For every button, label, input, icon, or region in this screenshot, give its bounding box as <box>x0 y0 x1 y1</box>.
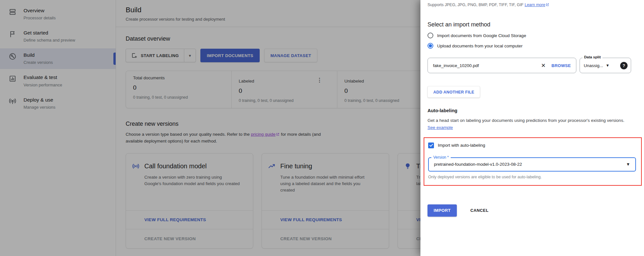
start-labeling-dropdown-arrow[interactable]: ▾ <box>184 49 196 62</box>
intro-text: Choose a version type based on your qual… <box>126 132 251 137</box>
version-helper-text: Only deployed versions are eligible to b… <box>428 175 636 179</box>
start-labeling-button[interactable]: START LABELING <box>126 49 184 62</box>
highlight-red-box: Import with auto-labeling Version * pret… <box>424 137 642 186</box>
sidebar-item-sublabel: Version performance <box>24 83 62 87</box>
kebab-menu-icon[interactable]: ⋮ <box>317 77 322 83</box>
label-square-plus-icon <box>131 52 138 59</box>
file-upload-row: fake_invoice_10200.pdf ✕ BROWSE Data spl… <box>428 58 636 73</box>
import-with-auto-labeling-option[interactable]: Import with auto-labeling <box>428 143 636 148</box>
selected-indicator-bar <box>113 53 116 65</box>
sidebar-item-label: Deploy & use <box>24 97 55 103</box>
lightbulb-icon <box>404 162 412 170</box>
help-icon[interactable]: ? <box>620 62 628 69</box>
flag-icon <box>8 30 17 38</box>
sidebar-item-label: Overview <box>24 7 56 14</box>
sidebar-item-deploy-use[interactable]: Deploy & use Manage versions <box>0 93 116 114</box>
sidebar-item-label: Get started <box>24 30 75 36</box>
learn-more-link[interactable]: Learn more <box>524 3 545 7</box>
card-description: Tune a foundation model with minimal eff… <box>280 174 376 194</box>
stat-value: 0 <box>239 87 331 94</box>
stat-total-documents: Total documents 0 0 training, 0 test, 0 … <box>126 71 231 108</box>
sidebar-item-get-started[interactable]: Get started Define schema and preview <box>0 26 116 47</box>
sidebar-item-sublabel: Manage versions <box>24 105 55 110</box>
sidebar-item-build[interactable]: Build Create versions <box>0 48 116 69</box>
radio-option-gcs[interactable]: Import documents from Google Cloud Stora… <box>428 33 636 38</box>
dataset-stats-card: Total documents 0 0 training, 0 test, 0 … <box>126 71 443 108</box>
auto-labeling-text: Get a head start on labeling your docume… <box>428 118 624 123</box>
external-link-icon <box>276 133 280 136</box>
create-versions-intro: Choose a version type based on your qual… <box>126 131 332 145</box>
remove-file-icon[interactable]: ✕ <box>540 62 547 69</box>
supports-text: Supports JPEG, JPG, PNG, BMP, PDF, TIFF,… <box>428 3 524 7</box>
wrench-circle-icon <box>8 52 17 61</box>
radio-option-local-upload[interactable]: Upload documents from your local compute… <box>428 43 636 49</box>
pricing-guide-link[interactable]: pricing guide <box>251 132 276 137</box>
trending-up-icon <box>268 162 276 170</box>
sidebar-item-label: Evaluate & test <box>24 74 62 81</box>
start-labeling-label: START LABELING <box>141 53 179 58</box>
sidebar-item-sublabel: Processor details <box>24 15 56 20</box>
selected-file-box: fake_invoice_10200.pdf ✕ BROWSE <box>428 58 576 73</box>
auto-labeling-description: Get a head start on labeling your docume… <box>428 117 627 132</box>
stat-caption: 0 training, 0 test, 0 unassigned <box>133 95 225 100</box>
data-split-value: Unassig... <box>584 63 603 68</box>
create-new-version-button[interactable]: CREATE NEW VERSION <box>262 229 389 248</box>
broadcast-icon <box>132 162 140 170</box>
manage-dataset-button[interactable]: MANAGE DATASET <box>264 49 317 62</box>
external-link-icon <box>546 3 549 6</box>
stat-label: Total documents <box>133 75 225 80</box>
radio-label: Upload documents from your local compute… <box>437 44 523 48</box>
checkbox-label: Import with auto-labeling <box>438 143 485 148</box>
bar-chart-icon <box>8 74 17 83</box>
version-field-label: Version * <box>431 155 451 160</box>
card-title: Fine tuning <box>280 162 312 170</box>
data-split-label: Data split <box>582 55 602 59</box>
sidebar-item-sublabel: Define schema and preview <box>24 38 75 43</box>
stat-caption: 0 training, 0 test, 0 unassigned <box>239 98 331 103</box>
card-title: Call foundation model <box>144 162 207 170</box>
view-full-requirements-link[interactable]: VIEW FULL REQUIREMENTS <box>126 210 253 229</box>
card-call-foundation-model: Call foundation model Create a version w… <box>126 153 253 249</box>
version-field-value: pretrained-foundation-model-v1.0-2023-08… <box>434 162 626 167</box>
cancel-button[interactable]: CANCEL <box>470 208 489 213</box>
import-method-heading: Select an import method <box>428 21 636 28</box>
version-select[interactable]: Version * pretrained-foundation-model-v1… <box>428 157 636 172</box>
data-split-select[interactable]: Data split Unassig... ▼ ? <box>580 58 631 73</box>
import-panel: Supports JPEG, JPG, PNG, BMP, PDF, TIFF,… <box>420 0 644 256</box>
start-labeling-split-button: START LABELING ▾ <box>126 49 196 62</box>
sidebar-item-sublabel: Create versions <box>24 60 53 65</box>
file-name: fake_invoice_10200.pdf <box>433 63 540 68</box>
panel-actions: IMPORT CANCEL <box>428 204 636 217</box>
radio-checked-icon[interactable] <box>428 43 433 49</box>
sidebar-item-overview[interactable]: Overview Processor details <box>0 4 116 25</box>
chevron-down-icon[interactable]: ▼ <box>626 162 630 167</box>
auto-labeling-heading: Auto-labeling <box>428 108 636 113</box>
stat-value: 0 <box>133 84 225 91</box>
card-fine-tuning: Fine tuning Tune a foundation model with… <box>262 153 389 249</box>
create-new-version-button[interactable]: CREATE NEW VERSION <box>126 229 253 248</box>
supported-formats-text: Supports JPEG, JPG, PNG, BMP, PDF, TIFF,… <box>428 3 636 7</box>
browse-button[interactable]: BROWSE <box>552 63 571 68</box>
radio-label: Import documents from Google Cloud Stora… <box>437 33 526 38</box>
import-button[interactable]: IMPORT <box>428 204 457 217</box>
sidebar-item-label: Build <box>24 52 53 58</box>
overview-icon <box>8 8 17 16</box>
card-description: Create a version with zero training usin… <box>144 174 240 187</box>
sidebar-item-evaluate-test[interactable]: Evaluate & test Version performance <box>0 71 116 91</box>
broadcast-icon <box>8 97 17 105</box>
radio-icon[interactable] <box>428 33 433 38</box>
import-documents-button[interactable]: IMPORT DOCUMENTS <box>200 49 260 62</box>
view-full-requirements-link[interactable]: VIEW FULL REQUIREMENTS <box>262 210 389 229</box>
chevron-down-icon[interactable]: ▼ <box>606 63 610 68</box>
checkbox-checked-icon[interactable] <box>428 143 434 148</box>
add-another-file-button[interactable]: ADD ANOTHER FILE <box>428 86 480 98</box>
sidebar: Overview Processor details Get started D… <box>0 0 116 256</box>
stat-labeled: ⋮ Labeled 0 0 training, 0 test, 0 unassi… <box>231 71 337 108</box>
see-example-link[interactable]: See example <box>428 125 453 130</box>
